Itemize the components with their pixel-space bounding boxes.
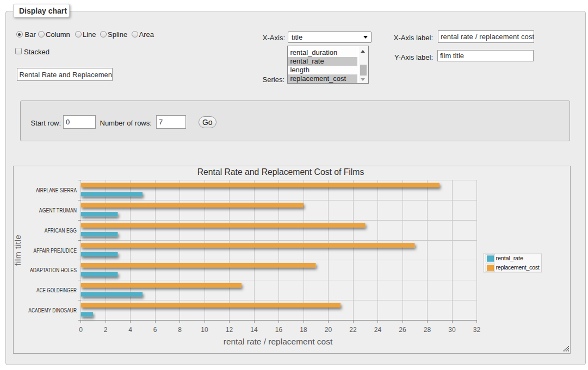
svg-text:Rental Rate and Replacement Co: Rental Rate and Replacement Cost of Film…: [197, 167, 364, 177]
svg-text:32: 32: [473, 326, 480, 334]
svg-text:10: 10: [201, 326, 208, 334]
svg-text:18: 18: [300, 326, 307, 334]
svg-text:AFRICAN EGG: AFRICAN EGG: [44, 228, 76, 234]
svg-text:ADAPTATION HOLES: ADAPTATION HOLES: [30, 268, 77, 274]
svg-text:replacement_cost: replacement_cost: [496, 264, 539, 271]
svg-text:16: 16: [275, 326, 282, 334]
svg-text:ACADEMY DINOSAUR: ACADEMY DINOSAUR: [28, 308, 77, 313]
svg-text:26: 26: [399, 326, 406, 334]
svg-text:30: 30: [448, 326, 456, 334]
svg-text:22: 22: [349, 326, 357, 334]
svg-text:AIRPLANE SIERRA: AIRPLANE SIERRA: [35, 187, 77, 193]
svg-text:20: 20: [324, 326, 332, 334]
svg-text:rental rate / replacement cost: rental rate / replacement cost: [223, 337, 332, 346]
svg-text:24: 24: [374, 326, 381, 334]
svg-text:14: 14: [250, 326, 258, 334]
svg-text:0: 0: [79, 326, 83, 334]
svg-text:8: 8: [178, 326, 182, 334]
svg-text:film title: film title: [14, 235, 22, 266]
svg-text:4: 4: [128, 326, 132, 334]
svg-text:6: 6: [153, 326, 157, 334]
svg-text:AFFAIR PREJUDICE: AFFAIR PREJUDICE: [33, 248, 76, 254]
svg-text:ACE GOLDFINGER: ACE GOLDFINGER: [36, 287, 76, 293]
svg-text:rental_rate: rental_rate: [496, 255, 523, 261]
svg-text:28: 28: [423, 326, 431, 334]
svg-text:2: 2: [103, 326, 107, 334]
svg-text:AGENT TRUMAN: AGENT TRUMAN: [39, 208, 76, 214]
svg-text:12: 12: [225, 326, 233, 334]
